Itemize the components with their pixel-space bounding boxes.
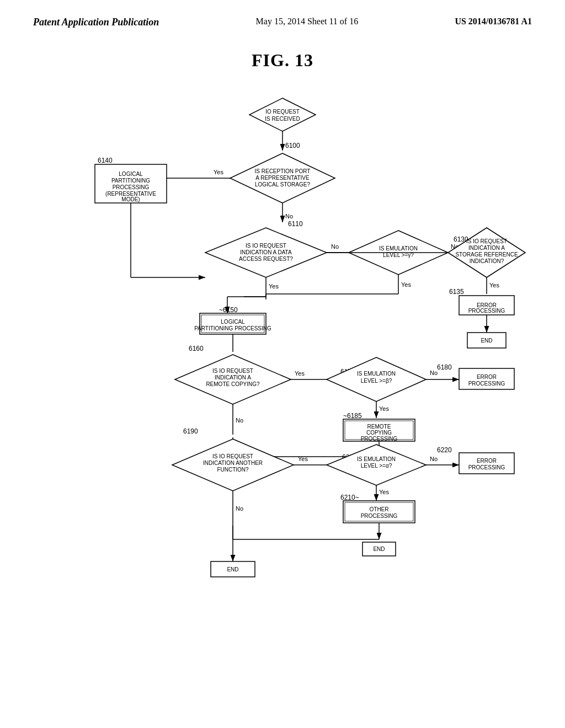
label-6220-2: PROCESSING bbox=[468, 464, 505, 470]
yes-6100: Yes bbox=[214, 169, 223, 175]
label-6160-3: REMOTE COPYING? bbox=[206, 381, 260, 387]
start-diamond bbox=[249, 98, 316, 131]
label-6140-1: LOGICAL bbox=[119, 171, 143, 177]
label-6190-2: INDICATION ANOTHER bbox=[203, 460, 263, 466]
no-6160: No bbox=[236, 417, 243, 424]
no-6200: No bbox=[430, 456, 438, 462]
label-6150-1: LOGICAL bbox=[221, 319, 245, 325]
yes-6120: Yes bbox=[401, 281, 411, 288]
label-6180-2: PROCESSING bbox=[468, 381, 505, 387]
label-6210-num: 6210~ bbox=[340, 494, 359, 501]
no-6190: No bbox=[236, 505, 243, 512]
label-6135-2: PROCESSING bbox=[468, 308, 505, 314]
label-6140-2: PARTITIONING bbox=[111, 178, 150, 184]
yes-6170: Yes bbox=[379, 405, 389, 412]
label-6220-1: ERROR bbox=[477, 458, 497, 464]
no-6100: No bbox=[285, 213, 293, 220]
label-6200-2: LEVEL >=α? bbox=[361, 463, 392, 469]
yes-6160: Yes bbox=[295, 370, 305, 377]
label-6110-num: 6110 bbox=[288, 220, 303, 228]
label-6150-num: ~6150 bbox=[219, 306, 238, 314]
start-label: IO REQUEST bbox=[265, 109, 300, 115]
label-6200-1: IS EMULATION bbox=[357, 456, 396, 462]
label-6100-line2: A REPRESENTATIVE bbox=[255, 175, 310, 181]
label-6100-line3: LOGICAL STORAGE? bbox=[255, 181, 310, 188]
label-6185-2: COPYING bbox=[366, 430, 392, 436]
label-6120-1: IS EMULATION bbox=[379, 245, 418, 251]
no-6110: No bbox=[331, 243, 339, 250]
label-6220-num: 6220 bbox=[437, 446, 452, 454]
end4-label: END bbox=[227, 566, 238, 572]
figure-title: FIG. 13 bbox=[0, 50, 565, 71]
no-6170: No bbox=[430, 370, 438, 376]
label-6100-num: 6100 bbox=[285, 142, 300, 149]
label-6170-2: LEVEL >=β? bbox=[361, 378, 392, 384]
flowchart-svg: IO REQUEST IS RECEIVED 6100 IS RECEPTION… bbox=[0, 82, 565, 688]
label-6100-line1: IS RECEPTION PORT bbox=[255, 168, 311, 174]
page: Patent Application Publication May 15, 2… bbox=[0, 0, 565, 728]
label-6185-3: PROCESSING bbox=[361, 436, 398, 442]
label-6180-1: ERROR bbox=[477, 374, 497, 380]
label-6110-2: INDICATION A DATA bbox=[240, 249, 292, 255]
label-6190-3: FUNCTION? bbox=[217, 467, 249, 473]
yes-6190: Yes bbox=[298, 456, 308, 462]
label-6210-1: OTHER bbox=[370, 506, 389, 512]
label-6160-1: IS IO REQUEST bbox=[212, 368, 253, 374]
label-6140-3: PROCESSING bbox=[113, 184, 150, 190]
label-6130-3: STORAGE REFERENCE bbox=[455, 251, 518, 258]
label-6130-4: INDICATION? bbox=[470, 258, 504, 264]
label-6190-1: IS IO REQUEST bbox=[212, 453, 253, 459]
yes-6130: Yes bbox=[489, 282, 499, 288]
header-left: Patent Application Publication bbox=[33, 17, 159, 28]
header-center: May 15, 2014 Sheet 11 of 16 bbox=[256, 17, 359, 26]
label-6130-1: IS IO REQUEST bbox=[466, 238, 507, 244]
page-header: Patent Application Publication May 15, 2… bbox=[0, 0, 565, 34]
label-6140-num: 6140 bbox=[98, 157, 113, 164]
label-6110-1: IS IO REQUEST bbox=[246, 243, 286, 249]
label-6185-num: ~6185 bbox=[343, 412, 362, 420]
end3-label: END bbox=[373, 546, 385, 552]
label-6135-num: 6135 bbox=[449, 288, 464, 296]
yes-6110: Yes bbox=[269, 283, 279, 290]
label-6110-3: ACCESS REQUEST? bbox=[239, 256, 293, 262]
label-6130-2: INDICATION A bbox=[468, 245, 505, 251]
label-6160-pre: 6160 bbox=[189, 345, 204, 352]
header-right: US 2014/0136781 A1 bbox=[455, 17, 532, 26]
label-6210-2: PROCESSING bbox=[361, 513, 398, 519]
label-6190-pre: 6190 bbox=[183, 427, 198, 435]
label-6180-num: 6180 bbox=[437, 363, 452, 371]
label-6185-1: REMOTE bbox=[367, 424, 391, 430]
label-6170-1: IS EMULATION bbox=[357, 371, 396, 377]
end1-label: END bbox=[481, 338, 492, 344]
label-6160-2: INDICATION A bbox=[215, 374, 251, 381]
start-label2: IS RECEIVED bbox=[265, 116, 300, 122]
yes-6200: Yes bbox=[379, 489, 389, 495]
label-6150-2: PARTITIONING PROCESSING bbox=[194, 325, 271, 331]
diagram-area: IO REQUEST IS RECEIVED 6100 IS RECEPTION… bbox=[0, 82, 565, 688]
label-6140-5: MODE) bbox=[121, 196, 140, 202]
